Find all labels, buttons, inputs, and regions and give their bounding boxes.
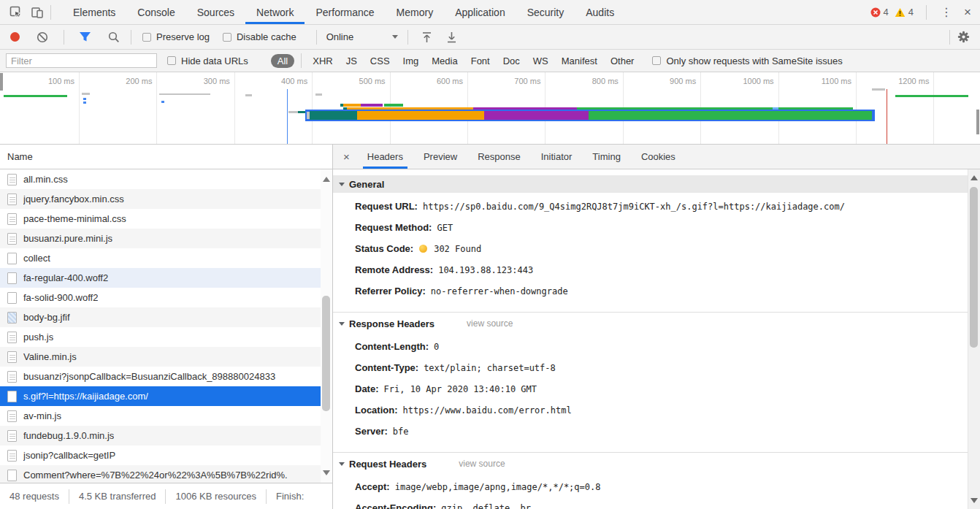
request-row[interactable]: jsonip?callback=getIP bbox=[0, 445, 321, 465]
hide-data-urls-toggle[interactable]: Hide data URLs bbox=[167, 56, 248, 66]
scroll-up-icon[interactable] bbox=[971, 175, 978, 180]
inspect-element-icon[interactable] bbox=[9, 6, 22, 19]
tab-memory[interactable]: Memory bbox=[386, 0, 445, 24]
section-title: Request Headers bbox=[349, 459, 426, 470]
filter-type-manifest[interactable]: Manifest bbox=[557, 54, 602, 68]
network-main: Name all.min.cssjquery.fancybox.min.cssp… bbox=[0, 145, 980, 509]
request-row[interactable]: fa-regular-400.woff2 bbox=[0, 268, 321, 288]
clear-icon[interactable] bbox=[36, 31, 49, 44]
waterfall-bar bbox=[4, 95, 67, 97]
timeline-tick-label: 1200 ms bbox=[870, 77, 929, 85]
section-header[interactable]: General bbox=[333, 175, 968, 193]
search-icon[interactable] bbox=[107, 31, 120, 44]
overflow-menu-icon[interactable]: ⋮ bbox=[933, 5, 960, 19]
details-tab-preview[interactable]: Preview bbox=[413, 145, 467, 169]
hide-data-urls-checkbox[interactable] bbox=[167, 56, 176, 65]
request-row[interactable]: busuanzi.pure.mini.js bbox=[0, 229, 321, 248]
waterfall-bar bbox=[895, 95, 968, 97]
field-label: Request Method: bbox=[355, 222, 432, 233]
settings-gear-icon[interactable] bbox=[957, 31, 970, 44]
header-field: Location:https://www.baidu.com/error.htm… bbox=[333, 399, 968, 421]
request-row[interactable]: av-min.js bbox=[0, 406, 321, 426]
details-tab-timing[interactable]: Timing bbox=[582, 145, 631, 169]
tab-application[interactable]: Application bbox=[444, 0, 516, 24]
filter-type-css[interactable]: CSS bbox=[366, 54, 394, 68]
view-source-link[interactable]: view source bbox=[467, 318, 513, 329]
request-row[interactable]: all.min.css bbox=[0, 169, 321, 189]
filter-type-xhr[interactable]: XHR bbox=[308, 54, 337, 68]
waterfall-bar bbox=[83, 102, 86, 104]
scrollbar-thumb[interactable] bbox=[322, 296, 330, 411]
filter-input[interactable] bbox=[6, 53, 157, 68]
scroll-down-icon[interactable] bbox=[971, 498, 978, 503]
request-name: body-bg.jfif bbox=[23, 312, 70, 323]
request-row[interactable]: fundebug.1.9.0.min.js bbox=[0, 426, 321, 445]
tab-performance[interactable]: Performance bbox=[305, 0, 385, 24]
export-har-icon[interactable] bbox=[445, 31, 459, 44]
scroll-up-icon[interactable] bbox=[323, 177, 330, 182]
section-header[interactable]: Response Headersview source bbox=[333, 314, 968, 333]
tab-sources[interactable]: Sources bbox=[186, 0, 245, 24]
filter-type-media[interactable]: Media bbox=[427, 54, 462, 68]
scrollbar-thumb[interactable] bbox=[970, 187, 978, 348]
import-har-icon[interactable] bbox=[421, 31, 434, 44]
timeline-tick-label: 600 ms bbox=[405, 77, 463, 85]
request-row[interactable]: busuanzi?jsonpCallback=BusuanziCallback_… bbox=[0, 367, 321, 386]
waterfall-bar bbox=[315, 93, 322, 96]
filter-type-doc[interactable]: Doc bbox=[499, 54, 524, 68]
section-header[interactable]: Request Headersview source bbox=[333, 454, 968, 473]
request-row[interactable]: fa-solid-900.woff2 bbox=[0, 288, 321, 307]
tab-security[interactable]: Security bbox=[516, 0, 575, 24]
close-details-icon[interactable]: × bbox=[333, 150, 357, 163]
requests-scrollbar[interactable] bbox=[321, 169, 332, 483]
tab-network[interactable]: Network bbox=[245, 0, 305, 24]
scroll-down-icon[interactable] bbox=[323, 470, 330, 475]
file-doc-icon bbox=[7, 213, 17, 225]
disable-cache-checkbox[interactable] bbox=[223, 33, 231, 42]
name-column-header[interactable]: Name bbox=[0, 145, 332, 169]
device-toolbar-icon[interactable] bbox=[31, 6, 44, 19]
details-scrollbar[interactable] bbox=[968, 169, 980, 509]
filter-type-ws[interactable]: WS bbox=[529, 54, 553, 68]
filter-type-js[interactable]: JS bbox=[342, 54, 361, 68]
headers-content: GeneralRequest URL:https://sp0.baidu.com… bbox=[333, 169, 968, 509]
timeline-overview[interactable]: 100 ms200 ms300 ms400 ms500 ms600 ms700 … bbox=[0, 72, 980, 145]
filter-type-all[interactable]: All bbox=[271, 54, 294, 68]
view-source-link[interactable]: view source bbox=[459, 459, 505, 469]
request-row[interactable]: collect bbox=[0, 248, 321, 268]
request-row[interactable]: Valine.min.js bbox=[0, 347, 321, 367]
error-badge[interactable]: 4 bbox=[870, 7, 889, 18]
tab-console[interactable]: Console bbox=[126, 0, 185, 24]
request-row[interactable]: pace-theme-minimal.css bbox=[0, 209, 321, 229]
details-tab-headers[interactable]: Headers bbox=[357, 145, 413, 169]
filter-type-font[interactable]: Font bbox=[467, 54, 494, 68]
timeline-gridline bbox=[312, 72, 313, 144]
details-tab-response[interactable]: Response bbox=[467, 145, 531, 169]
field-value: text/plain; charset=utf-8 bbox=[424, 363, 556, 373]
tab-audits[interactable]: Audits bbox=[575, 0, 625, 24]
disable-cache-label: Disable cache bbox=[237, 31, 296, 42]
details-tab-cookies[interactable]: Cookies bbox=[631, 145, 686, 169]
request-row[interactable]: s.gif?l=https://kaijiadage.com/ bbox=[0, 386, 321, 406]
timeline-marker-blueline bbox=[287, 89, 288, 144]
filter-type-img[interactable]: Img bbox=[399, 54, 424, 68]
throttling-value: Online bbox=[326, 31, 354, 42]
request-row[interactable]: Comment?where=%7B%22%24or%22%3A%5B%7B%22… bbox=[0, 465, 321, 483]
record-icon[interactable] bbox=[10, 32, 20, 42]
preserve-log-toggle[interactable]: Preserve log bbox=[142, 31, 210, 42]
samesite-toggle[interactable]: Only show requests with SameSite issues bbox=[652, 56, 842, 66]
details-tab-initiator[interactable]: Initiator bbox=[531, 145, 583, 169]
warning-badge[interactable]: 4 bbox=[895, 7, 914, 18]
request-row[interactable]: push.js bbox=[0, 327, 321, 347]
request-name: all.min.css bbox=[23, 174, 68, 185]
preserve-log-checkbox[interactable] bbox=[142, 33, 151, 42]
request-row[interactable]: jquery.fancybox.min.css bbox=[0, 189, 321, 209]
close-devtools-icon[interactable]: × bbox=[960, 5, 980, 20]
disable-cache-toggle[interactable]: Disable cache bbox=[223, 31, 296, 42]
samesite-checkbox[interactable] bbox=[652, 56, 661, 65]
filter-type-other[interactable]: Other bbox=[606, 54, 639, 68]
tab-elements[interactable]: Elements bbox=[62, 0, 126, 24]
throttling-select[interactable]: Online bbox=[326, 31, 398, 42]
request-row[interactable]: body-bg.jfif bbox=[0, 307, 321, 327]
filter-icon[interactable] bbox=[78, 31, 91, 44]
